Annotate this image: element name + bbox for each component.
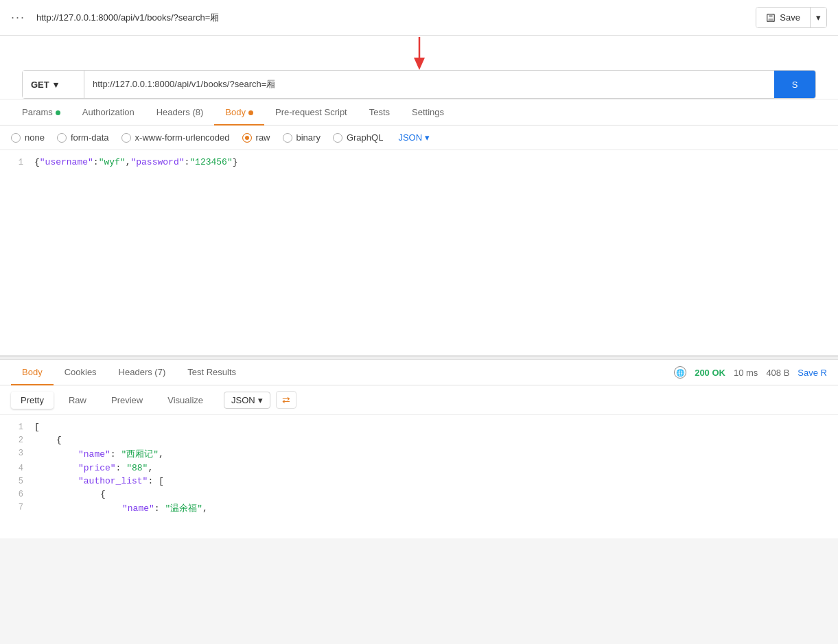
radio-urlencoded (121, 133, 131, 143)
response-line-5: 5 "author_list": [ (0, 475, 838, 488)
radio-binary (283, 133, 292, 143)
radio-form-data (57, 133, 67, 143)
response-line-6: 6 { (0, 488, 838, 501)
request-tabs-section: Params Authorization Headers (8) Body Pr… (0, 100, 838, 126)
tab-body[interactable]: Body (214, 100, 264, 126)
request-bar: GET ▾ S (22, 70, 816, 99)
svg-rect-2 (769, 18, 773, 21)
save-label: Save (780, 12, 800, 23)
svg-rect-1 (769, 14, 773, 16)
response-size: 408 B (766, 368, 789, 378)
view-raw-btn[interactable]: Raw (59, 392, 96, 409)
option-none[interactable]: none (11, 132, 45, 143)
view-pretty-btn[interactable]: Pretty (11, 392, 54, 409)
method-selector[interactable]: GET ▾ (23, 71, 84, 98)
line-num-1: 1 (0, 157, 34, 167)
request-tabs: Params Authorization Headers (8) Body Pr… (11, 100, 827, 125)
method-label: GET (31, 80, 49, 90)
url-input[interactable] (84, 80, 774, 90)
response-line-3: 3 "name": "西厢记", (0, 446, 838, 462)
response-time: 10 ms (734, 368, 758, 378)
response-view-bar: Pretty Raw Preview Visualize JSON ▾ ⇄ (0, 385, 838, 415)
view-visualize-btn[interactable]: Visualize (158, 392, 213, 409)
view-preview-btn[interactable]: Preview (102, 392, 152, 409)
body-dot (248, 110, 253, 115)
top-bar: ··· http://127.0.0.1:8000/api/v1/books/?… (0, 0, 838, 36)
body-options-bar: none form-data x-www-form-urlencoded raw… (0, 126, 838, 150)
option-graphql[interactable]: GraphQL (333, 132, 383, 143)
save-response-button[interactable]: Save R (798, 368, 827, 378)
option-form-data[interactable]: form-data (57, 132, 109, 143)
response-meta: 🌐 200 OK 10 ms 408 B Save R (674, 366, 827, 379)
response-line-1: 1 [ (0, 420, 838, 433)
json-format-selector[interactable]: JSON ▾ (398, 132, 430, 143)
save-button[interactable]: Save (756, 8, 810, 27)
red-arrow-svg (409, 36, 430, 70)
response-line-2: 2 { (0, 433, 838, 446)
arrow-annotation (0, 36, 838, 70)
response-tab-test-results[interactable]: Test Results (176, 360, 247, 385)
response-format-chevron: ▾ (258, 395, 263, 405)
response-status: 200 OK (695, 368, 725, 378)
radio-raw (242, 133, 252, 143)
tab-params[interactable]: Params (11, 100, 71, 126)
code-content-1: {"username":"wyf","password":"123456"} (34, 157, 838, 167)
response-tabs: Body Cookies Headers (7) Test Results (11, 360, 674, 385)
code-line-1: 1 {"username":"wyf","password":"123456"} (0, 156, 838, 169)
option-binary[interactable]: binary (283, 132, 321, 143)
params-dot (56, 110, 60, 115)
response-line-7: 7 "name": "温余福", (0, 501, 838, 516)
option-urlencoded[interactable]: x-www-form-urlencoded (121, 132, 230, 143)
response-tab-cookies[interactable]: Cookies (54, 360, 108, 385)
radio-none (11, 133, 21, 143)
menu-dots[interactable]: ··· (11, 10, 25, 25)
editor-area: 1 {"username":"wyf","password":"123456"} (0, 150, 838, 342)
tab-settings[interactable]: Settings (401, 100, 455, 126)
radio-graphql (333, 133, 342, 143)
send-button[interactable]: S (774, 71, 815, 98)
save-button-group: Save ▾ (756, 7, 827, 28)
tab-prerequest[interactable]: Pre-request Script (264, 100, 358, 126)
method-chevron: ▾ (54, 80, 58, 90)
tab-headers[interactable]: Headers (8) (146, 100, 215, 126)
option-raw[interactable]: raw (242, 132, 270, 143)
top-url-display: http://127.0.0.1:8000/api/v1/books/?sear… (36, 12, 756, 24)
response-body-editor: 1 [ 2 { 3 "name": "西厢记", 4 "price": "88"… (0, 415, 838, 538)
response-tab-body[interactable]: Body (11, 360, 54, 385)
response-tabs-bar: Body Cookies Headers (7) Test Results 🌐 … (0, 360, 838, 385)
save-chevron-button[interactable]: ▾ (810, 8, 826, 27)
response-tab-headers[interactable]: Headers (7) (108, 360, 177, 385)
save-icon (766, 13, 776, 23)
response-line-4: 4 "price": "88", (0, 462, 838, 475)
tab-tests[interactable]: Tests (358, 100, 401, 126)
tab-authorization[interactable]: Authorization (71, 100, 146, 126)
response-json-format[interactable]: JSON ▾ (224, 392, 270, 409)
request-body-editor[interactable]: 1 {"username":"wyf","password":"123456"} (0, 150, 838, 356)
json-chevron: ▾ (425, 132, 430, 143)
svg-marker-4 (414, 58, 425, 70)
wrap-button[interactable]: ⇄ (276, 391, 296, 409)
globe-icon: 🌐 (674, 366, 686, 379)
